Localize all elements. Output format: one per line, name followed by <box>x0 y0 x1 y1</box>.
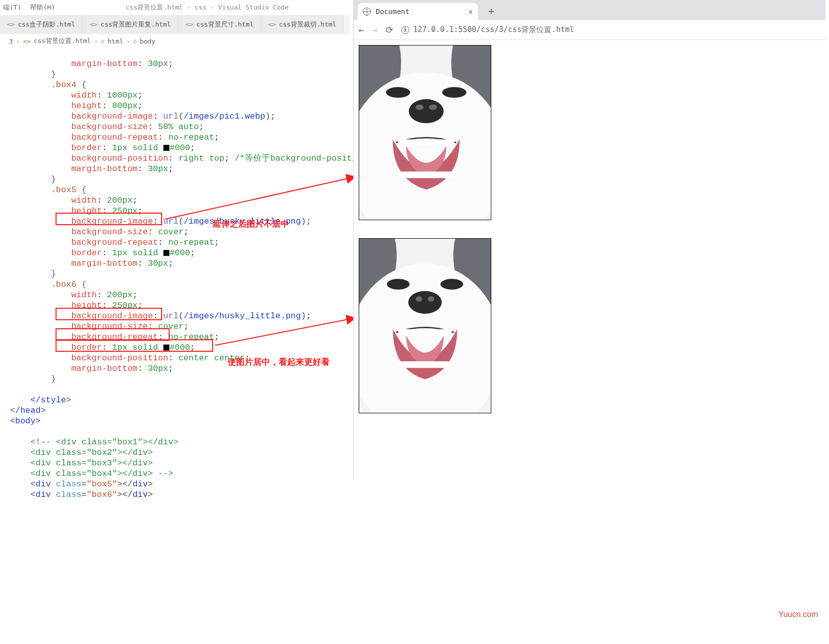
html-icon: <> <box>90 21 98 28</box>
html-icon: <> <box>7 21 15 28</box>
menu-terminal[interactable]: 端(T) <box>3 3 21 12</box>
symbol-icon: ◇ <box>101 38 105 45</box>
chevron-icon: › <box>126 38 130 45</box>
svg-point-17 <box>428 296 434 302</box>
back-button[interactable]: ← <box>359 25 364 35</box>
svg-point-6 <box>409 99 444 123</box>
browser-viewport <box>354 40 825 436</box>
watermark: Yuucn.com <box>778 610 818 619</box>
annotation-1: 延伸之后图片不居中 <box>213 218 289 230</box>
tab-3[interactable]: <>css背景尺寸.html <box>179 15 261 34</box>
svg-point-8 <box>429 105 437 110</box>
svg-rect-18 <box>398 329 452 336</box>
symbol-icon: ◇ <box>133 38 137 45</box>
husky-image <box>359 46 491 220</box>
chevron-icon: › <box>16 38 20 45</box>
husky-image-centered <box>359 239 491 413</box>
svg-rect-10 <box>398 172 454 178</box>
menu-help[interactable]: 帮助(H) <box>30 3 55 12</box>
browser-window: Document ✕ + ← → ⟳ i 127.0.0.1:5500/css/… <box>353 0 825 480</box>
svg-point-4 <box>386 87 410 98</box>
browser-toolbar: ← → ⟳ i 127.0.0.1:5500/css/3/css背景位置.htm… <box>354 20 825 40</box>
vscode-window: 端(T) 帮助(H) css背景位置.html - css - Visual S… <box>0 0 350 480</box>
svg-point-14 <box>440 279 463 289</box>
svg-point-7 <box>415 105 423 110</box>
site-info-icon[interactable]: i <box>401 26 409 34</box>
annotation-2: 使图片居中，看起来更好看 <box>228 356 330 368</box>
vscode-title-bar: 端(T) 帮助(H) css背景位置.html - css - Visual S… <box>0 0 350 15</box>
svg-point-15 <box>408 291 442 314</box>
svg-point-5 <box>442 87 466 98</box>
browser-tab[interactable]: Document ✕ <box>358 3 478 20</box>
address-bar[interactable]: i 127.0.0.1:5500/css/3/css背景位置.html <box>401 25 574 35</box>
tab-1[interactable]: <>css盒子阴影.html <box>0 15 83 34</box>
box5-preview <box>359 45 491 220</box>
svg-rect-9 <box>398 139 454 146</box>
breadcrumb[interactable]: 3 › <> css背景位置.html › ◇ html › ◇ body <box>0 34 350 48</box>
breadcrumb-body: body <box>140 38 155 45</box>
svg-point-13 <box>387 279 410 289</box>
html-icon: <> <box>23 38 31 45</box>
editor-tabs: <>css盒子阴影.html <>css背景图片重复.html <>css背景尺… <box>0 15 350 34</box>
tab-2[interactable]: <>css背景图片重复.html <box>83 15 178 34</box>
window-title: css背景位置.html - css - Visual Studio Code <box>64 3 350 12</box>
breadcrumb-file: css背景位置.html <box>34 37 91 46</box>
tab-4[interactable]: <>css背景裁切.html <box>261 15 344 34</box>
code-editor[interactable]: margin-bottom: 30px; } .box4 { width: 10… <box>0 48 350 500</box>
breadcrumb-html: html <box>108 38 123 45</box>
svg-point-16 <box>416 296 422 302</box>
svg-point-12 <box>359 264 491 413</box>
box6-preview <box>359 238 491 413</box>
chevron-icon: › <box>94 38 98 45</box>
globe-icon <box>363 8 371 16</box>
browser-tab-strip: Document ✕ + <box>354 0 825 20</box>
reload-button[interactable]: ⟳ <box>386 25 393 35</box>
forward-button[interactable]: → <box>372 25 378 35</box>
svg-rect-19 <box>398 361 452 368</box>
html-icon: <> <box>268 21 276 28</box>
breadcrumb-folder: 3 <box>9 38 13 45</box>
html-icon: <> <box>186 21 194 28</box>
url-text: 127.0.0.1:5500/css/3/css背景位置.html <box>413 25 574 35</box>
browser-tab-title: Document <box>376 8 409 16</box>
close-tab-icon[interactable]: ✕ <box>469 8 473 16</box>
new-tab-button[interactable]: + <box>484 5 499 20</box>
